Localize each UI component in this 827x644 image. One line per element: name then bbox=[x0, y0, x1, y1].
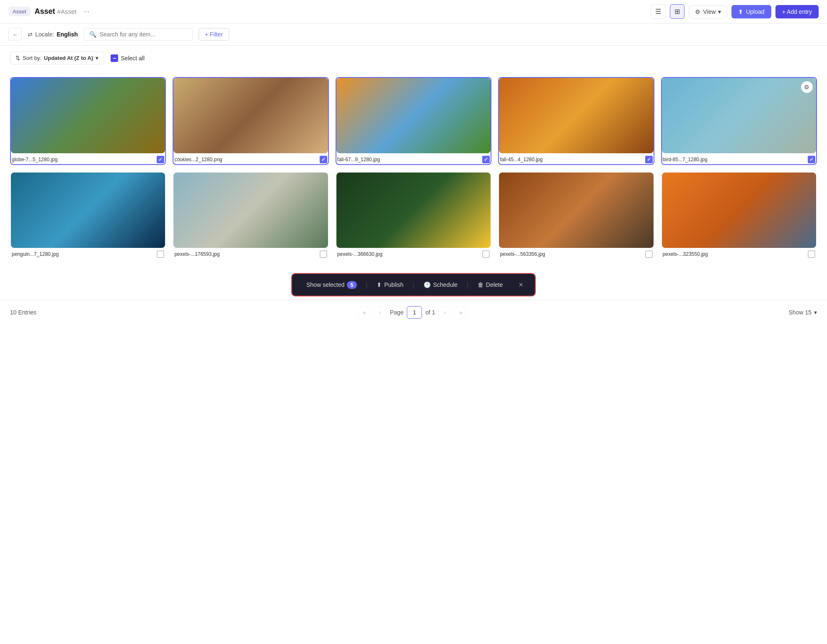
sort-icon: ⇅ bbox=[16, 55, 20, 61]
more-options-button[interactable]: ··· bbox=[80, 6, 92, 17]
asset-card[interactable]: penguin...7_1280.jpg bbox=[10, 172, 166, 260]
asset-thumbnail bbox=[173, 173, 328, 248]
search-input-wrap[interactable]: 🔍 bbox=[84, 28, 193, 41]
asset-thumbnail bbox=[662, 78, 816, 153]
divider-3: | bbox=[467, 281, 468, 288]
asset-card[interactable]: pexels-...563356.jpg bbox=[498, 172, 654, 260]
filter-button[interactable]: + Filter bbox=[199, 28, 229, 41]
header: Asset Asset #Asset ··· ☰ ⊞ ⚙ View ▾ ⬆ Up… bbox=[0, 0, 827, 23]
asset-checkbox[interactable] bbox=[320, 250, 327, 258]
asset-filename: pexels-...563356.jpg bbox=[500, 251, 645, 257]
prev-page-button[interactable]: ‹ bbox=[374, 306, 387, 319]
show-label: Show 15 bbox=[789, 309, 811, 316]
asset-checkbox[interactable] bbox=[482, 250, 490, 258]
header-left: Asset Asset #Asset ··· bbox=[8, 6, 92, 17]
asset-checkbox[interactable] bbox=[645, 250, 653, 258]
collapse-icon: ← bbox=[12, 31, 18, 38]
publish-icon: ⬆ bbox=[377, 281, 382, 288]
last-page-button[interactable]: » bbox=[455, 306, 467, 319]
asset-card[interactable]: cookies...2_1280.png bbox=[173, 77, 328, 165]
show-selected-label: Show selected bbox=[306, 281, 344, 288]
search-icon: 🔍 bbox=[89, 31, 96, 38]
asset-filename: fall-67...9_1280.jpg bbox=[337, 157, 482, 162]
asset-card[interactable]: ⚙bird-85...7_1280.jpg bbox=[661, 77, 817, 165]
asset-card[interactable]: globe-7...5_1280.jpg bbox=[10, 77, 166, 165]
grid-icon: ⊞ bbox=[675, 8, 680, 15]
header-hash: #Asset bbox=[57, 8, 77, 15]
first-icon: « bbox=[363, 309, 366, 316]
locale-value: English bbox=[57, 31, 78, 38]
list-view-button[interactable]: ☰ bbox=[651, 4, 666, 19]
selected-count-badge: 5 bbox=[347, 281, 357, 289]
translate-icon: ⇄ bbox=[28, 31, 33, 38]
asset-thumbnail bbox=[662, 173, 816, 248]
toolbar: ← ⇄ Locale: English 🔍 + Filter bbox=[0, 23, 827, 46]
header-right: ☰ ⊞ ⚙ View ▾ ⬆ Upload + Add entry bbox=[651, 4, 819, 19]
header-title: Asset #Asset bbox=[35, 7, 77, 16]
asset-card[interactable]: fall-45...4_1280.jpg bbox=[498, 77, 654, 165]
list-icon: ☰ bbox=[655, 8, 661, 15]
asset-card[interactable]: pexels-...176593.jpg bbox=[173, 172, 328, 260]
locale-section: ⇄ Locale: English bbox=[28, 31, 78, 38]
asset-thumbnail bbox=[173, 78, 328, 153]
action-bar-wrap: Show selected 5 | ⬆ Publish | 🕐 Schedule… bbox=[0, 266, 827, 300]
prev-icon: ‹ bbox=[379, 309, 381, 316]
next-page-button[interactable]: › bbox=[439, 306, 451, 319]
show-select-wrap: Show 15 ▾ bbox=[789, 309, 817, 316]
page-input[interactable] bbox=[407, 306, 422, 319]
sort-bar: ⇅ Sort by: Updated At (Z to A) ▾ Select … bbox=[0, 46, 827, 70]
asset-checkbox[interactable] bbox=[320, 156, 327, 163]
footer: 10 Entries « ‹ Page of 1 › » Show 15 ▾ bbox=[0, 300, 827, 325]
collapse-sidebar-button[interactable]: ← bbox=[8, 28, 22, 41]
publish-section[interactable]: ⬆ Publish bbox=[371, 281, 409, 288]
asset-filename: cookies...2_1280.png bbox=[174, 157, 319, 162]
sort-button[interactable]: ⇅ Sort by: Updated At (Z to A) ▾ bbox=[10, 52, 104, 64]
asset-thumbnail bbox=[499, 78, 653, 153]
delete-section[interactable]: 🗑 Delete bbox=[472, 281, 509, 288]
clock-icon: 🕐 bbox=[424, 281, 431, 288]
show-selected-section[interactable]: Show selected 5 bbox=[300, 281, 362, 289]
asset-thumbnail bbox=[11, 78, 165, 153]
page-label: Page bbox=[390, 309, 404, 316]
card-settings-icon[interactable]: ⚙ bbox=[801, 81, 813, 93]
first-page-button[interactable]: « bbox=[358, 306, 371, 319]
chevron-down-icon: ▾ bbox=[814, 309, 817, 316]
pagination: « ‹ Page of 1 › » bbox=[358, 306, 467, 319]
select-all-icon bbox=[111, 54, 118, 62]
asset-checkbox[interactable] bbox=[808, 156, 815, 163]
asset-thumbnail bbox=[11, 173, 165, 248]
page-of: of 1 bbox=[425, 309, 435, 316]
divider-2: | bbox=[413, 281, 414, 288]
asset-thumbnail bbox=[499, 173, 653, 248]
search-input[interactable] bbox=[100, 31, 187, 38]
asset-badge: Asset bbox=[8, 7, 31, 16]
asset-thumbnail bbox=[336, 78, 491, 153]
next-icon: › bbox=[444, 309, 446, 316]
asset-filename: globe-7...5_1280.jpg bbox=[12, 157, 157, 162]
close-action-bar-button[interactable]: × bbox=[515, 279, 527, 291]
asset-checkbox[interactable] bbox=[645, 156, 653, 163]
asset-checkbox[interactable] bbox=[808, 250, 815, 258]
grid-view-button[interactable]: ⊞ bbox=[670, 4, 685, 19]
add-entry-button[interactable]: + Add entry bbox=[775, 5, 819, 18]
chevron-down-icon: ▾ bbox=[96, 55, 98, 61]
view-button[interactable]: ⚙ View ▾ bbox=[689, 5, 727, 18]
select-all-button[interactable]: Select all bbox=[111, 54, 145, 62]
asset-checkbox[interactable] bbox=[157, 156, 164, 163]
asset-filename: pexels-...366630.jpg bbox=[337, 251, 482, 257]
asset-card[interactable]: pexels-...323550.jpg bbox=[661, 172, 817, 260]
upload-icon: ⬆ bbox=[738, 8, 743, 15]
asset-filename: pexels-...323550.jpg bbox=[663, 251, 808, 257]
asset-filename: bird-85...7_1280.jpg bbox=[663, 157, 808, 162]
schedule-section[interactable]: 🕐 Schedule bbox=[418, 281, 463, 288]
asset-grid: globe-7...5_1280.jpgcookies...2_1280.png… bbox=[0, 70, 827, 266]
asset-card[interactable]: fall-67...9_1280.jpg bbox=[336, 77, 491, 165]
asset-checkbox[interactable] bbox=[482, 156, 490, 163]
asset-filename: pexels-...176593.jpg bbox=[174, 251, 319, 257]
asset-checkbox[interactable] bbox=[157, 250, 164, 258]
trash-icon: 🗑 bbox=[478, 281, 483, 288]
asset-card[interactable]: pexels-...366630.jpg bbox=[336, 172, 491, 260]
asset-thumbnail bbox=[336, 173, 491, 248]
chevron-down-icon: ▾ bbox=[718, 8, 721, 15]
upload-button[interactable]: ⬆ Upload bbox=[731, 5, 771, 18]
